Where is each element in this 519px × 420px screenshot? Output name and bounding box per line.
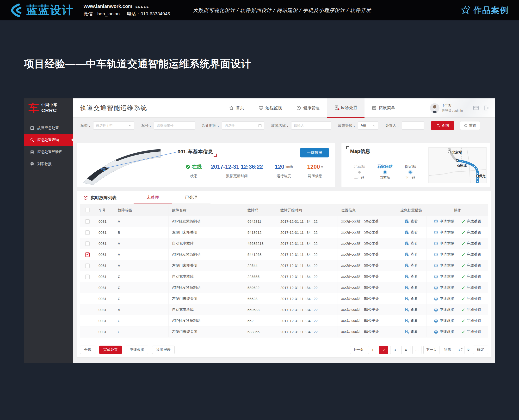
view-link[interactable]: 查看 (405, 308, 418, 312)
complete-label: 完成处置 (467, 274, 481, 279)
complete-link[interactable]: 完成处置 (461, 285, 481, 290)
request-rescue-label: 申请求援 (440, 285, 454, 290)
car-type-select[interactable]: 请选择车型 (93, 121, 134, 130)
page-button[interactable]: 下一页 (423, 346, 440, 354)
page-number-stepper[interactable]: 3 (453, 346, 465, 354)
export-report-button[interactable]: 导出报表 (152, 345, 175, 354)
cell-fault-level: C (114, 326, 169, 337)
table-row: 0031 C ATP触发紧急制动 589622 2017-12-31 11 : … (80, 282, 488, 293)
tab-remote-monitor[interactable]: 远程监视 (251, 98, 289, 118)
one-key-rescue-button[interactable]: 一键救援 (300, 148, 329, 158)
page-button[interactable]: 上一页 (350, 346, 366, 354)
tab-emergency[interactable]: 应急处置 (327, 98, 364, 118)
request-rescue-link[interactable]: 申请求援 (434, 252, 454, 257)
tab-pending[interactable]: 未处理 (134, 191, 172, 204)
fault-level-select[interactable]: A级 (358, 121, 378, 130)
search-button[interactable]: 查询 (431, 121, 454, 130)
mail-icon[interactable] (473, 105, 479, 111)
row-checkbox[interactable] (85, 219, 90, 224)
reset-button[interactable]: 重置 (460, 121, 480, 130)
complete-link[interactable]: 完成处置 (461, 219, 481, 224)
check-icon (461, 285, 465, 290)
view-link[interactable]: 查看 (405, 274, 418, 279)
complete-link[interactable]: 完成处置 (461, 274, 481, 279)
apply-rescue-button[interactable]: 申请救援 (126, 345, 148, 354)
cell-fault-code: 589622 (244, 282, 277, 293)
complete-handle-button[interactable]: 完成处置 (99, 345, 122, 354)
tab-health[interactable]: 健康管理 (289, 98, 327, 118)
request-rescue-link[interactable]: 申请求援 (434, 308, 454, 312)
refresh-icon (464, 124, 468, 128)
request-rescue-link[interactable]: 申请求援 (434, 274, 454, 279)
view-label: 查看 (411, 252, 418, 257)
col-fault-level: 故障等级 (114, 205, 169, 216)
status-stat: 在线 状态 (180, 163, 207, 178)
car-type-placeholder: 请选择车型 (96, 123, 113, 128)
view-link[interactable]: 查看 (405, 318, 418, 323)
confirm-button[interactable]: 确定 (473, 345, 488, 354)
car-type-label: 车型： (80, 123, 91, 128)
logout-icon[interactable] (483, 105, 489, 111)
complete-link[interactable]: 完成处置 (461, 252, 481, 257)
sidebar-item-emergency-query[interactable]: 应急处置查询 (24, 134, 73, 146)
request-rescue-link[interactable]: 申请求援 (434, 318, 454, 323)
rescue-target-icon (434, 296, 438, 301)
sidebar-item-experience-library[interactable]: 应急处置经验库 (24, 146, 73, 158)
request-rescue-link[interactable]: 申请求援 (434, 296, 454, 301)
complete-link[interactable]: 完成处置 (461, 241, 481, 246)
row-checkbox[interactable] (85, 253, 90, 257)
view-link[interactable]: 查看 (405, 330, 418, 334)
car-no-input[interactable] (157, 124, 192, 128)
page-button[interactable]: ··· (412, 346, 421, 354)
tab-processed[interactable]: 已处理 (172, 191, 210, 204)
complete-link[interactable]: 完成处置 (461, 318, 481, 323)
home-icon (229, 105, 234, 110)
greeting: 下午好 (442, 103, 463, 107)
page-button[interactable]: 1 (368, 346, 377, 354)
view-link[interactable]: 查看 (405, 296, 418, 301)
stops-row: 北京站 上一站 石家庄站 当前站 (347, 164, 424, 180)
row-checkbox[interactable] (85, 275, 90, 279)
page-button[interactable]: 4 (401, 346, 411, 354)
view-link[interactable]: 查看 (405, 241, 418, 246)
handler-input[interactable] (404, 124, 421, 128)
row-checkbox[interactable] (85, 241, 90, 246)
request-rescue-link[interactable]: 申请求援 (434, 230, 454, 235)
select-all-button[interactable]: 全选 (80, 345, 95, 354)
app-window: 车 中国中车 CRRC 故障应急处置 应急处置查询 应急处 (24, 98, 495, 363)
row-checkbox[interactable] (85, 263, 90, 268)
sidebar-item-train-rescue[interactable]: 列车救援 (24, 158, 73, 170)
avatar[interactable] (430, 103, 440, 113)
view-link[interactable]: 查看 (405, 285, 418, 290)
complete-link[interactable]: 完成处置 (461, 296, 481, 301)
request-rescue-link[interactable]: 申请求援 (434, 219, 454, 224)
row-checkbox[interactable] (85, 230, 90, 235)
view-doc-icon (405, 285, 409, 290)
date-picker[interactable]: 请选择 (222, 121, 264, 130)
page-button[interactable]: 3 (390, 346, 399, 354)
request-rescue-link[interactable]: 申请求援 (434, 285, 454, 290)
complete-label: 完成处置 (467, 308, 481, 312)
view-link[interactable]: 查看 (405, 219, 418, 224)
request-rescue-link[interactable]: 申请求援 (434, 263, 454, 268)
view-link[interactable]: 查看 (405, 263, 418, 268)
view-label: 查看 (411, 330, 418, 334)
sidebar-item-fault-emergency[interactable]: 故障应急处置 (24, 122, 73, 134)
filter-bar: 车型： 请选择车型 车号： 起止时间： 请选择 故障名称： 故障 (73, 118, 495, 134)
request-rescue-link[interactable]: 申请求援 (434, 241, 454, 246)
station-dot-icon (384, 171, 386, 173)
status-label: 状态 (180, 174, 207, 178)
fault-name-input[interactable] (294, 124, 328, 128)
complete-link[interactable]: 完成处置 (461, 308, 481, 312)
tab-home[interactable]: 首页 (222, 98, 251, 118)
page-button[interactable]: 2 (379, 346, 388, 354)
tab-extended-menu[interactable]: 拓展菜单 (364, 98, 402, 118)
view-link[interactable]: 查看 (405, 230, 418, 235)
view-link[interactable]: 查看 (405, 252, 418, 257)
complete-link[interactable]: 完成处置 (461, 330, 481, 334)
date-placeholder: 请选择 (225, 123, 235, 128)
complete-link[interactable]: 完成处置 (461, 263, 481, 268)
request-rescue-link[interactable]: 申请求援 (434, 330, 454, 334)
select-all-checkbox[interactable] (85, 208, 90, 212)
complete-link[interactable]: 完成处置 (461, 230, 481, 235)
